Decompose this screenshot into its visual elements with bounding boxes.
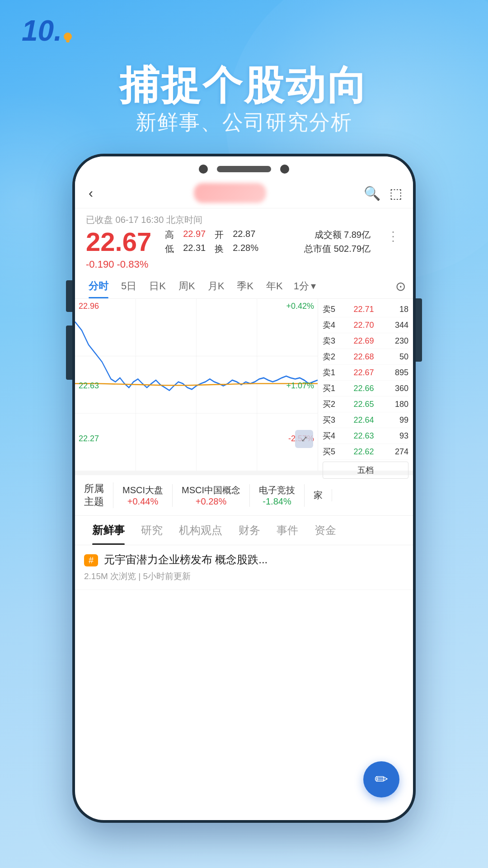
fab-button[interactable]: ✏ bbox=[363, 761, 399, 797]
phone-power-btn bbox=[416, 298, 422, 362]
stock-price-row: 22.67 -0.190 -0.83% 高 22.97 开 22.87 低 bbox=[86, 229, 402, 270]
stock-timezone: 北京时间 bbox=[166, 215, 202, 225]
ob-buy4-price: 22.63 bbox=[353, 431, 374, 441]
ob-buy1-label: 买1 bbox=[323, 383, 337, 394]
ob-buy4-label: 买4 bbox=[323, 430, 337, 441]
ob-buy3-price: 22.64 bbox=[353, 415, 374, 425]
content-tabs: 新鲜事 研究 机构观点 财务 事件 资金 bbox=[75, 516, 413, 545]
ob-sell1-label: 卖1 bbox=[323, 367, 337, 378]
ob-buy1-qty: 360 bbox=[390, 384, 408, 393]
ob-sell4-price: 22.70 bbox=[353, 321, 374, 330]
volume-row: 成交额 7.89亿 bbox=[304, 229, 371, 241]
camera-icon2 bbox=[280, 165, 289, 174]
turnover-label: 换 bbox=[215, 243, 224, 255]
orderbook: 卖5 22.71 18 卖4 22.70 344 卖3 22.69 230 卖2… bbox=[318, 299, 413, 471]
msci-china-change: +0.28% bbox=[196, 496, 226, 507]
stock-date: 06-17 16:30 bbox=[116, 215, 164, 225]
hero-subtitle: 新鲜事、公司研究分析 bbox=[0, 108, 488, 137]
theme-tag-more[interactable]: 家 bbox=[305, 489, 332, 501]
theme-tag-msci-china[interactable]: MSCI中国概念 +0.28% bbox=[173, 484, 250, 507]
stock-status: 已收盘 bbox=[86, 215, 113, 225]
chart-price-mid: 22.63 bbox=[79, 381, 99, 391]
header-icons: 🔍 ⬚ bbox=[364, 185, 402, 201]
ob-sell4-qty: 344 bbox=[390, 321, 408, 330]
news-meta: 2.15M 次浏览 | 5小时前更新 bbox=[84, 571, 404, 582]
mktcap-val: 502.79亿 bbox=[334, 244, 371, 254]
news-content: # 元宇宙潜力企业榜发布 概念股跌... bbox=[84, 552, 404, 567]
ob-sell2-qty: 50 bbox=[390, 352, 408, 362]
tab-funds[interactable]: 资金 bbox=[306, 516, 344, 545]
tab-weekk[interactable]: 周K bbox=[172, 274, 202, 298]
ob-buy5: 买5 22.62 274 bbox=[323, 444, 408, 460]
ob-sell4: 卖4 22.70 344 bbox=[323, 317, 408, 333]
stock-price: 22.67 bbox=[86, 229, 151, 255]
ob-buy2: 买2 22.65 180 bbox=[323, 396, 408, 412]
theme-tag-category[interactable]: 所属 主题 bbox=[84, 482, 113, 508]
msci-large-label: MSCI大盘 bbox=[122, 484, 163, 496]
fab-write-icon: ✏ bbox=[375, 770, 388, 789]
tab-yeark[interactable]: 年K bbox=[260, 274, 289, 298]
ob-sell5-qty: 18 bbox=[390, 305, 408, 314]
tab-events[interactable]: 事件 bbox=[268, 516, 306, 545]
ob-sell1-qty: 895 bbox=[390, 368, 408, 377]
tab-monthk[interactable]: 月K bbox=[202, 274, 231, 298]
msci-china-label: MSCI中国概念 bbox=[182, 484, 240, 496]
stock-change-pct: -0.83% bbox=[117, 259, 149, 270]
five-levels-button[interactable]: 五档 bbox=[323, 462, 408, 479]
tab-news[interactable]: 新鲜事 bbox=[84, 516, 133, 545]
ob-buy1-price: 22.66 bbox=[353, 384, 374, 393]
ob-sell1: 卖1 22.67 895 bbox=[323, 365, 408, 381]
target-icon[interactable]: ⊙ bbox=[395, 279, 406, 294]
tab-institution[interactable]: 机构观点 bbox=[171, 516, 230, 545]
tab-fenshi[interactable]: 分时 bbox=[82, 274, 115, 298]
stock-detail-row1: 高 22.97 开 22.87 bbox=[165, 229, 291, 241]
tab-seasonk[interactable]: 季K bbox=[230, 274, 260, 298]
low-label: 低 bbox=[165, 243, 174, 255]
stock-chart-svg bbox=[75, 299, 318, 471]
ob-buy2-label: 买2 bbox=[323, 399, 337, 410]
news-item[interactable]: # 元宇宙潜力企业榜发布 概念股跌... 2.15M 次浏览 | 5小时前更新 bbox=[75, 545, 413, 590]
theme-tag-msci-large[interactable]: MSCI大盘 +0.44% bbox=[113, 484, 173, 507]
ob-buy3-label: 买3 bbox=[323, 415, 337, 425]
theme-tags: 所属 主题 MSCI大盘 +0.44% MSCI中国概念 +0.28% 电子竞技… bbox=[75, 475, 413, 516]
logo-text: 10. bbox=[22, 16, 62, 45]
mktcap-row: 总市值 502.79亿 bbox=[304, 243, 371, 255]
ob-buy4: 买4 22.63 93 bbox=[323, 428, 408, 444]
ob-sell3-label: 卖3 bbox=[323, 335, 337, 346]
ob-sell1-price: 22.67 bbox=[353, 368, 374, 377]
ob-buy2-price: 22.65 bbox=[353, 400, 374, 409]
ob-sell3: 卖3 22.69 230 bbox=[323, 333, 408, 349]
volume-label: 成交额 bbox=[314, 230, 342, 240]
news-title: 元宇宙潜力企业榜发布 概念股跌... bbox=[104, 553, 268, 566]
app-header: ‹ 🔍 ⬚ bbox=[75, 178, 413, 208]
volume-val: 7.89亿 bbox=[344, 230, 371, 240]
high-val: 22.97 bbox=[183, 229, 206, 241]
phone-volume-btn bbox=[66, 280, 72, 312]
stock-more-button[interactable]: ⋮ bbox=[384, 229, 402, 244]
tab-research[interactable]: 研究 bbox=[133, 516, 171, 545]
open-val: 22.87 bbox=[233, 229, 255, 241]
chart-main: 22.96 22.27 +0.42% -2.57% 22.63 +1.07% bbox=[75, 299, 318, 471]
tab-1min-label: 1分 bbox=[294, 279, 309, 293]
speaker-grill bbox=[217, 166, 271, 172]
stock-time: 已收盘 06-17 16:30 北京时间 bbox=[86, 214, 402, 226]
search-icon[interactable]: 🔍 bbox=[364, 185, 380, 201]
tab-finance[interactable]: 财务 bbox=[230, 516, 268, 545]
theme-category-label: 所属 主题 bbox=[84, 482, 104, 508]
ob-buy3: 买3 22.64 99 bbox=[323, 412, 408, 428]
phone-volume-btn2 bbox=[66, 326, 72, 380]
stock-detail-row2: 低 22.31 换 2.28% bbox=[165, 243, 291, 255]
tab-5day[interactable]: 5日 bbox=[115, 274, 143, 298]
share-icon[interactable]: ⬚ bbox=[389, 185, 402, 201]
theme-more-label: 家 bbox=[314, 489, 323, 501]
camera-icon bbox=[199, 165, 208, 174]
chart-expand-icon[interactable]: ⤢ bbox=[295, 430, 313, 448]
esports-change: -1.84% bbox=[263, 496, 291, 507]
back-button[interactable]: ‹ bbox=[86, 183, 96, 203]
stock-info: 已收盘 06-17 16:30 北京时间 22.67 -0.190 -0.83%… bbox=[75, 208, 413, 274]
phone-frame: ‹ 🔍 ⬚ 已收盘 06-17 16:30 北京时间 22.67 -0.190 bbox=[72, 154, 416, 823]
ob-sell3-price: 22.69 bbox=[353, 336, 374, 346]
theme-tag-esports[interactable]: 电子竞技 -1.84% bbox=[250, 484, 305, 507]
tab-dayk[interactable]: 日K bbox=[143, 274, 172, 298]
tab-1min-dropdown[interactable]: 1分 ▾ bbox=[289, 274, 320, 298]
